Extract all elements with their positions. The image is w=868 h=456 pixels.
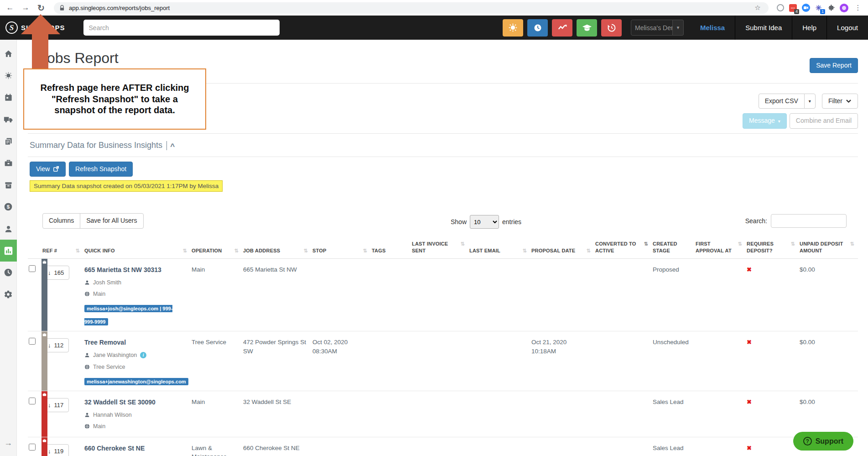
history-button[interactable] bbox=[601, 19, 622, 37]
time-clock-button[interactable] bbox=[527, 19, 548, 37]
video-camera-extension-icon[interactable] bbox=[801, 4, 810, 12]
cell-last-invoice bbox=[411, 258, 468, 331]
message-button[interactable]: Message ▾ bbox=[743, 113, 787, 128]
table-search-input[interactable] bbox=[771, 214, 847, 228]
page-size-select[interactable]: 10 bbox=[470, 215, 499, 229]
browser-refresh-icon[interactable]: ↻ bbox=[36, 2, 47, 13]
filter-button[interactable]: Filter bbox=[822, 94, 858, 109]
table-row: ↓ 119 660 Cherokee St NE Sam Smith Lawn … bbox=[28, 437, 858, 456]
job-title-link[interactable]: Tree Removal bbox=[84, 338, 187, 347]
user-menu[interactable]: Melissa bbox=[690, 16, 735, 40]
row-checkbox[interactable] bbox=[29, 338, 36, 345]
header-stop[interactable]: ⇅STOP bbox=[312, 239, 371, 258]
sidebar-item-routing[interactable] bbox=[0, 108, 17, 130]
burst-extension-icon[interactable]: ✳ 1 bbox=[814, 4, 823, 12]
refresh-snapshot-button[interactable]: Refresh Snapshot bbox=[69, 162, 133, 177]
cell-stop bbox=[312, 437, 371, 456]
globe-icon bbox=[84, 364, 90, 370]
header-job-address[interactable]: ⇅JOB ADDRESS bbox=[242, 239, 312, 258]
job-title-link[interactable]: 660 Cherokee St NE bbox=[84, 444, 187, 453]
sidebar-item-settings[interactable] bbox=[0, 283, 17, 305]
save-report-button[interactable]: Save Report bbox=[810, 58, 858, 73]
cell-operation: Lawn & Maintenance bbox=[191, 437, 242, 456]
contact-name[interactable]: Jane Washington bbox=[93, 351, 137, 359]
submit-idea-link[interactable]: Submit Idea bbox=[735, 16, 792, 40]
sidebar-expand-arrow[interactable]: → bbox=[4, 438, 12, 448]
header-unpaid-deposit-amount[interactable]: ⇅UNPAID DEPOSIT AMOUNT bbox=[799, 239, 858, 258]
home-icon bbox=[4, 49, 13, 58]
help-link[interactable]: Help bbox=[792, 16, 826, 40]
job-title-link[interactable]: 32 Waddell St SE 30090 bbox=[84, 398, 187, 407]
sort-icon: ⇅ bbox=[363, 247, 367, 254]
training-button[interactable] bbox=[577, 19, 597, 37]
table-row: ↓ 165 665 Marietta St NW 30313 Josh Smit… bbox=[28, 258, 858, 331]
columns-button[interactable]: Columns bbox=[42, 213, 80, 228]
header-proposal-date[interactable]: ⇅PROPOSAL DATE bbox=[530, 239, 594, 258]
globe-icon bbox=[84, 424, 90, 429]
sidebar-item-dashboard[interactable] bbox=[0, 64, 17, 86]
export-csv-caret-button[interactable]: ▾ bbox=[804, 94, 816, 109]
today-sun-button[interactable] bbox=[503, 19, 523, 37]
sidebar-item-calendar[interactable] bbox=[0, 86, 17, 108]
profile-avatar[interactable] bbox=[840, 4, 848, 12]
cell-proposal-date: Oct 21, 2020 10:18AM bbox=[530, 331, 594, 391]
cell-unpaid-deposit: $0.00 bbox=[799, 391, 858, 437]
view-button[interactable]: View bbox=[30, 162, 66, 177]
job-title-link[interactable]: 665 Marietta St NW 30313 bbox=[84, 265, 187, 274]
activity-chart-button[interactable] bbox=[552, 19, 572, 37]
header-last-invoice-sent[interactable]: ⇅LAST INVOICE SENT bbox=[411, 239, 468, 258]
row-checkbox[interactable] bbox=[29, 444, 36, 451]
save-for-all-users-button[interactable]: Save for All Users bbox=[80, 213, 143, 228]
cell-operation: Tree Service bbox=[191, 331, 242, 391]
red-extension-icon[interactable]: ⋯ 4 bbox=[789, 4, 797, 12]
contact-name[interactable]: Hannah Wilson bbox=[93, 411, 132, 419]
combine-and-email-button[interactable]: Combine and Email bbox=[790, 113, 858, 128]
x-mark-icon: ✖ bbox=[747, 398, 752, 405]
summary-actions: View Refresh Snapshot bbox=[28, 162, 858, 177]
sidebar-item-reports[interactable] bbox=[0, 240, 17, 262]
row-checkbox[interactable] bbox=[29, 265, 36, 272]
sidebar-item-inventory[interactable] bbox=[0, 174, 17, 196]
browser-menu-icon[interactable]: ⋮ bbox=[852, 2, 863, 13]
address-bar[interactable]: app.singleops.com/reports/jobs_report ☆ bbox=[54, 2, 769, 14]
cell-requires-deposit: ✖ bbox=[746, 391, 799, 437]
target-extension-icon[interactable] bbox=[776, 4, 785, 12]
header-converted-to-active[interactable]: ⇅CONVERTED TO ACTIVE bbox=[594, 239, 652, 258]
header-quick-info[interactable]: ⇅QUICK INFO bbox=[83, 239, 191, 258]
puzzle-extensions-icon[interactable] bbox=[827, 4, 836, 12]
info-icon[interactable]: i bbox=[140, 352, 146, 358]
sidebar-item-timesheets[interactable] bbox=[0, 262, 17, 283]
support-button[interactable]: ? Support bbox=[793, 432, 853, 451]
browser-back-icon[interactable]: ← bbox=[5, 2, 16, 13]
export-csv-button[interactable]: Export CSV bbox=[759, 94, 805, 109]
sidebar-item-billing[interactable]: $ bbox=[0, 196, 17, 218]
header-tags[interactable]: TAGS bbox=[371, 239, 411, 258]
sidebar-item-jobs[interactable] bbox=[0, 152, 17, 174]
show-label: Show bbox=[451, 218, 467, 225]
header-requires-deposit[interactable]: ⇅REQUIRES DEPOSIT? bbox=[746, 239, 799, 258]
cell-created-stage: Proposed bbox=[652, 258, 695, 331]
sidebar-item-documents[interactable] bbox=[0, 130, 17, 152]
singleops-logo[interactable]: S bbox=[5, 21, 18, 34]
workspace-select[interactable]: Melissa's Der ▾ bbox=[631, 20, 684, 36]
operation-name[interactable]: Main bbox=[93, 290, 105, 298]
header-operation[interactable]: ⇅OPERATION bbox=[191, 239, 242, 258]
cell-last-invoice bbox=[411, 437, 468, 456]
header-ref[interactable]: ⇅REF # bbox=[42, 239, 83, 258]
global-search-input[interactable] bbox=[83, 20, 280, 36]
row-checkbox[interactable] bbox=[29, 398, 36, 404]
logout-link[interactable]: Logout bbox=[826, 16, 868, 40]
sidebar-item-customers[interactable] bbox=[0, 218, 17, 240]
header-created-stage[interactable]: CREATED STAGE bbox=[652, 239, 695, 258]
header-first-approval-at[interactable]: ⇅FIRST APPROVAL AT bbox=[695, 239, 746, 258]
browser-toolbar: ← → ↻ app.singleops.com/reports/jobs_rep… bbox=[0, 0, 868, 16]
header-last-email[interactable]: ⇅LAST EMAIL bbox=[468, 239, 530, 258]
bookmark-star-icon[interactable]: ☆ bbox=[752, 2, 763, 13]
collapse-chevron-icon[interactable]: ^ bbox=[170, 142, 175, 151]
operation-name[interactable]: Tree Service bbox=[93, 363, 125, 371]
operation-name[interactable]: Main bbox=[93, 422, 105, 430]
contact-name[interactable]: Josh Smith bbox=[93, 278, 121, 287]
sidebar-item-home[interactable] bbox=[0, 42, 17, 64]
browser-forward-icon[interactable]: → bbox=[20, 2, 31, 13]
summary-heading: Summary Data for Business Insights bbox=[30, 141, 162, 150]
